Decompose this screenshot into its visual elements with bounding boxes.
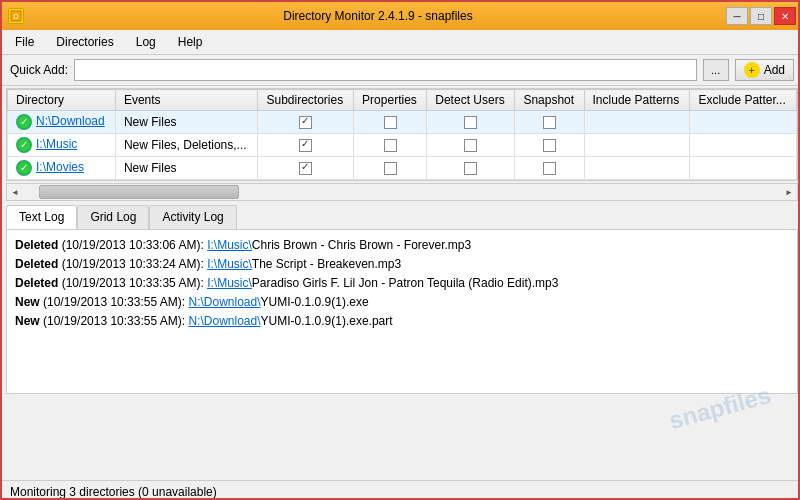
log-timestamp: (10/19/2013 10:33:24 AM): xyxy=(58,257,207,271)
cell-directory: ✓N:\Download xyxy=(8,111,116,134)
cell-snapshot[interactable] xyxy=(515,157,584,180)
cell-subdirectories[interactable] xyxy=(258,157,354,180)
log-line: Deleted (10/19/2013 10:33:24 AM): I:\Mus… xyxy=(15,255,789,273)
log-path-prefix[interactable]: N:\Download\ xyxy=(188,314,260,328)
directory-link[interactable]: I:\Music xyxy=(36,137,77,151)
log-path-prefix[interactable]: N:\Download\ xyxy=(188,295,260,309)
quick-add-label: Quick Add: xyxy=(10,63,68,77)
status-icon: ✓ xyxy=(16,114,32,130)
tab-text-log[interactable]: Text Log xyxy=(6,205,77,229)
cell-events: New Files xyxy=(115,111,258,134)
log-tabs: Text Log Grid Log Activity Log xyxy=(6,205,798,229)
log-path-prefix[interactable]: I:\Music\ xyxy=(207,276,252,290)
col-header-exclude-patterns: Exclude Patter... xyxy=(690,90,797,111)
cell-directory: ✓I:\Movies xyxy=(8,157,116,180)
scroll-thumb[interactable] xyxy=(39,185,239,199)
log-line: New (10/19/2013 10:33:55 AM): N:\Downloa… xyxy=(15,293,789,311)
log-path-suffix: YUMI-0.1.0.9(1).exe xyxy=(261,295,369,309)
checkbox[interactable] xyxy=(384,116,397,129)
menu-directories[interactable]: Directories xyxy=(47,32,122,52)
scroll-track[interactable] xyxy=(39,185,765,199)
checkbox[interactable] xyxy=(384,139,397,152)
quick-add-bar: Quick Add: ... + Add xyxy=(2,55,800,86)
log-line: New (10/19/2013 10:33:55 AM): N:\Downloa… xyxy=(15,312,789,330)
window-controls: ─ □ ✕ xyxy=(726,7,796,25)
checkbox[interactable] xyxy=(464,116,477,129)
log-path-suffix: The Script - Breakeven.mp3 xyxy=(252,257,401,271)
checkbox[interactable] xyxy=(464,139,477,152)
add-button[interactable]: + Add xyxy=(735,59,794,81)
add-icon: + xyxy=(744,62,760,78)
checkbox[interactable] xyxy=(543,139,556,152)
table-row[interactable]: ✓I:\MoviesNew Files xyxy=(8,157,797,180)
minimize-button[interactable]: ─ xyxy=(726,7,748,25)
cell-properties[interactable] xyxy=(354,157,427,180)
cell-subdirectories[interactable] xyxy=(258,111,354,134)
table-row[interactable]: ✓I:\MusicNew Files, Deletions,... xyxy=(8,134,797,157)
svg-text:D: D xyxy=(13,12,19,21)
log-timestamp: (10/19/2013 10:33:35 AM): xyxy=(58,276,207,290)
cell-include-patterns xyxy=(584,111,690,134)
col-header-include-patterns: Include Patterns xyxy=(584,90,690,111)
log-type: Deleted xyxy=(15,238,58,252)
cell-events: New Files xyxy=(115,157,258,180)
log-timestamp: (10/19/2013 10:33:55 AM): xyxy=(40,314,189,328)
menu-help[interactable]: Help xyxy=(169,32,212,52)
cell-detect-users[interactable] xyxy=(427,111,515,134)
menu-log[interactable]: Log xyxy=(127,32,165,52)
tab-activity-log[interactable]: Activity Log xyxy=(149,205,236,229)
status-text: Monitoring 3 directories (0 unavailable) xyxy=(10,485,217,499)
cell-include-patterns xyxy=(584,157,690,180)
scroll-left-button[interactable]: ◄ xyxy=(7,183,23,201)
checkbox[interactable] xyxy=(464,162,477,175)
cell-include-patterns xyxy=(584,134,690,157)
directory-table-container: Directory Events Subdirectories Properti… xyxy=(6,88,798,181)
directory-link[interactable]: I:\Movies xyxy=(36,160,84,174)
cell-exclude-patterns xyxy=(690,134,797,157)
col-header-directory: Directory xyxy=(8,90,116,111)
col-header-detect-users: Detect Users xyxy=(427,90,515,111)
cell-directory: ✓I:\Music xyxy=(8,134,116,157)
log-type: Deleted xyxy=(15,257,58,271)
close-button[interactable]: ✕ xyxy=(774,7,796,25)
log-type: Deleted xyxy=(15,276,58,290)
log-path-prefix[interactable]: I:\Music\ xyxy=(207,257,252,271)
col-header-snapshot: Snapshot xyxy=(515,90,584,111)
col-header-properties: Properties xyxy=(354,90,427,111)
log-area: Deleted (10/19/2013 10:33:06 AM): I:\Mus… xyxy=(6,229,798,394)
log-path-suffix: Paradiso Girls F. Lil Jon - Patron Tequi… xyxy=(252,276,559,290)
log-type: New xyxy=(15,314,40,328)
checkbox[interactable] xyxy=(543,162,556,175)
checkbox[interactable] xyxy=(384,162,397,175)
cell-snapshot[interactable] xyxy=(515,111,584,134)
browse-button[interactable]: ... xyxy=(703,59,729,81)
maximize-button[interactable]: □ xyxy=(750,7,772,25)
checkbox[interactable] xyxy=(299,162,312,175)
table-row[interactable]: ✓N:\DownloadNew Files xyxy=(8,111,797,134)
scroll-right-button[interactable]: ► xyxy=(781,183,797,201)
cell-snapshot[interactable] xyxy=(515,134,584,157)
cell-events: New Files, Deletions,... xyxy=(115,134,258,157)
cell-subdirectories[interactable] xyxy=(258,134,354,157)
cell-detect-users[interactable] xyxy=(427,157,515,180)
quick-add-input[interactable] xyxy=(74,59,697,81)
checkbox[interactable] xyxy=(299,139,312,152)
col-header-events: Events xyxy=(115,90,258,111)
cell-exclude-patterns xyxy=(690,157,797,180)
cell-exclude-patterns xyxy=(690,111,797,134)
log-line: Deleted (10/19/2013 10:33:35 AM): I:\Mus… xyxy=(15,274,789,292)
log-path-prefix[interactable]: I:\Music\ xyxy=(207,238,252,252)
cell-properties[interactable] xyxy=(354,134,427,157)
directory-link[interactable]: N:\Download xyxy=(36,114,105,128)
menu-file[interactable]: File xyxy=(6,32,43,52)
checkbox[interactable] xyxy=(543,116,556,129)
checkbox[interactable] xyxy=(299,116,312,129)
log-path-suffix: YUMI-0.1.0.9(1).exe.part xyxy=(261,314,393,328)
title-bar: D Directory Monitor 2.4.1.9 - snapfiles … xyxy=(2,2,800,30)
log-timestamp: (10/19/2013 10:33:06 AM): xyxy=(58,238,207,252)
tab-grid-log[interactable]: Grid Log xyxy=(77,205,149,229)
horizontal-scrollbar[interactable]: ◄ ► xyxy=(6,183,798,201)
cell-properties[interactable] xyxy=(354,111,427,134)
log-path-suffix: Chris Brown - Chris Brown - Forever.mp3 xyxy=(252,238,471,252)
cell-detect-users[interactable] xyxy=(427,134,515,157)
